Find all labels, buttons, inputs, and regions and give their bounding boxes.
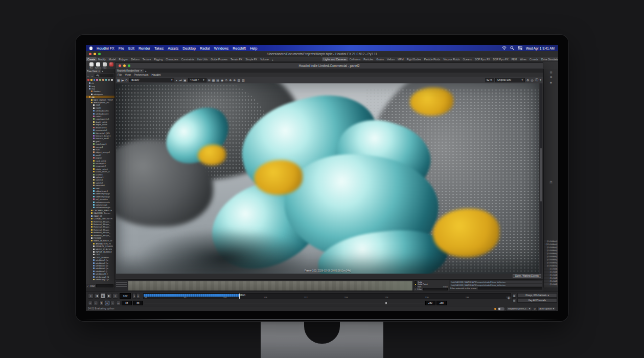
shader-path-row[interactable]: /obj/CACHED_MAINSHAPE/vexquickshade2/sho… <box>450 284 542 286</box>
playback-end-field[interactable]: 280 <box>425 301 435 305</box>
tree-filter-input[interactable] <box>96 284 113 287</box>
play-backward-button[interactable]: ◀ <box>94 293 100 299</box>
view-mode-icon[interactable]: ⊙ <box>225 78 227 82</box>
shelf-tab[interactable]: Oceans <box>461 57 473 61</box>
timeline-ruler[interactable]: (102) 8894100106112118124130136142 <box>143 293 511 299</box>
shelf-tab[interactable]: MPM <box>396 57 405 61</box>
sidebar-icon[interactable]: ⊞ <box>550 76 552 79</box>
range-slider[interactable] <box>144 301 424 305</box>
tab-tree-view[interactable]: Tree View × <box>86 69 101 73</box>
render-image-icon[interactable]: ▦ <box>117 78 120 82</box>
shelf-tab[interactable]: Constraints <box>180 57 196 61</box>
close-tab-icon[interactable]: × <box>141 70 142 72</box>
sidebar-icon[interactable]: ◉ <box>550 81 552 84</box>
shelf-tab[interactable]: Rigid Bodies <box>405 57 423 61</box>
help-icon[interactable]: ? <box>549 181 553 184</box>
image-size-select[interactable]: Original Size ▾ <box>495 78 525 82</box>
shelf-tab[interactable]: Vellum <box>385 57 396 61</box>
render-view-menu-item[interactable]: Preferences <box>134 73 149 76</box>
view-mode-icon[interactable]: ⊕ <box>229 78 232 82</box>
menu-render[interactable]: Render <box>139 47 150 50</box>
tree-node-row[interactable]: attribcopy2 (u <box>86 278 114 281</box>
network-type-icon[interactable] <box>94 79 96 81</box>
shelf-tab[interactable]: Drive Simulation <box>540 57 558 61</box>
scrollbar-thumb[interactable] <box>540 148 542 201</box>
shelf-tab[interactable]: Wires <box>518 57 528 61</box>
menu-assets[interactable]: Assets <box>168 47 178 50</box>
shelf-tab[interactable]: Texture <box>141 57 152 61</box>
magnifier-icon[interactable]: ◎ <box>531 78 533 82</box>
interrupt-toggle[interactable] <box>498 307 504 310</box>
info-icon[interactable]: ⓘ <box>535 78 538 82</box>
render-scrollbar[interactable] <box>540 83 542 274</box>
apple-logo[interactable] <box>89 47 93 50</box>
current-node-select[interactable]: /obj/Atmosphere_f... ▾ <box>506 307 533 311</box>
menu-edit[interactable]: Edit <box>128 47 134 50</box>
play-forward-button[interactable]: ▶ <box>106 293 112 299</box>
range-icon[interactable]: ▭ <box>116 301 121 305</box>
shelf-tab[interactable]: Rigging <box>152 57 164 61</box>
flipbook-strip[interactable] <box>128 281 413 291</box>
range-start-field[interactable]: 88 <box>122 301 132 305</box>
shelf-tab[interactable]: DOP Pyro FX <box>492 57 510 61</box>
snapshot-icon[interactable]: ◐ <box>176 79 178 82</box>
shelf-tab[interactable]: Deform <box>129 57 141 61</box>
camera-auto-select[interactable]: < Auto > ▾ <box>188 78 206 82</box>
children-count-row[interactable]: (0 children) <box>544 258 558 261</box>
go-to-start-button[interactable]: « <box>88 293 94 299</box>
children-count-row[interactable]: (0 children) <box>544 261 558 264</box>
children-count-row[interactable]: (0 children) <box>544 240 558 243</box>
current-frame-field[interactable]: 102 <box>120 293 131 299</box>
view-mode-icon[interactable]: ▥ <box>242 78 245 82</box>
playback-mode-icon[interactable]: ◇ <box>88 301 93 305</box>
step-back-button[interactable]: ◂ <box>132 293 136 299</box>
shelf-tab[interactable]: Crowds <box>528 57 540 61</box>
view-mode-icon[interactable]: ▧ <box>237 78 240 82</box>
shelf-tool-button[interactable] <box>108 62 114 69</box>
menu-takes[interactable]: Takes <box>154 47 164 50</box>
shelf-tab[interactable]: Hair Utils <box>196 57 209 61</box>
network-type-icon[interactable] <box>87 79 89 81</box>
region-icon[interactable]: ▣ <box>183 78 187 82</box>
network-type-icon[interactable] <box>108 79 110 81</box>
render-view-menu-item[interactable]: Houdini <box>152 73 161 76</box>
lock-icon[interactable]: ⊠ <box>208 78 211 82</box>
shelf-tool-button[interactable]: Tube <box>101 62 108 69</box>
shelf-tab[interactable]: Guide Process <box>209 57 229 61</box>
refresh-icon[interactable]: ⟳ <box>534 307 536 310</box>
children-count-row[interactable]: (1 child) <box>544 267 558 271</box>
children-count-row[interactable]: (1 child) <box>544 277 558 280</box>
menu-redshift[interactable]: Redshift <box>233 47 246 50</box>
shelf-tool-button[interactable]: Box <box>88 62 95 69</box>
shader-path-row[interactable]: /obj/CACHED_MAINSHAPE/vexquickshade1/sho… <box>450 281 542 283</box>
menu-help[interactable]: Help <box>250 47 257 50</box>
shelf-tab[interactable]: Lights and Cameras <box>322 57 348 61</box>
range-end-field[interactable]: 288 <box>436 301 447 305</box>
menu-file[interactable]: File <box>119 47 124 50</box>
render-status-button[interactable]: Done. Waiting Events <box>513 274 541 278</box>
menu-desktop[interactable]: Desktop <box>182 47 196 50</box>
network-type-icon[interactable] <box>111 79 113 81</box>
tab-redshift-renderview[interactable]: Redshift RenderView × <box>116 69 144 73</box>
shelf-tab[interactable]: Characters <box>164 57 179 61</box>
view-mode-icon[interactable]: ◉ <box>221 78 223 82</box>
control-center-icon[interactable] <box>518 46 522 50</box>
network-type-icon[interactable] <box>96 79 98 81</box>
realtime-toggle-icon[interactable]: ● <box>105 301 109 305</box>
check-icon[interactable]: ✓ <box>87 285 89 287</box>
view-mode-icon[interactable]: ⊗ <box>233 78 236 82</box>
update-mode-select[interactable]: Auto Update ▾ <box>537 307 556 311</box>
back-arrow-icon[interactable]: ← <box>87 74 90 77</box>
scope-channels-icon[interactable]: ◉ <box>507 296 511 300</box>
close-tab-icon[interactable]: × <box>98 70 100 73</box>
grid-icon[interactable]: ▦ <box>212 78 215 82</box>
shelf-tab[interactable]: Model <box>107 57 118 61</box>
shelf-tab[interactable]: Particles <box>362 57 375 61</box>
shelf-tab[interactable]: Terrain FX <box>229 57 244 61</box>
shelf-tab[interactable]: Particle Fluids <box>423 57 442 61</box>
shelf-tab[interactable]: Viscous Fluids <box>442 57 461 61</box>
shelf-tab[interactable]: Polygon <box>117 57 129 61</box>
restart-render-icon[interactable]: ⟳ <box>125 78 128 82</box>
shader-filter-input[interactable] <box>478 287 542 289</box>
keys-channels-button[interactable]: 0 keys, 0/0 channels ▾ <box>517 293 557 298</box>
